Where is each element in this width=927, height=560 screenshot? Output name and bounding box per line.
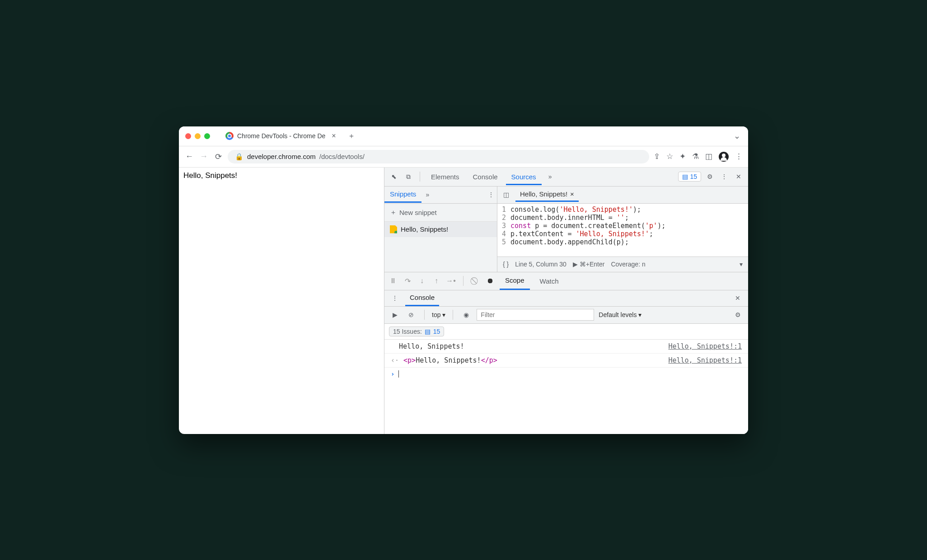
editor-status-bar: { } Line 5, Column 30 ▶ ⌘+Enter Coverage… xyxy=(497,257,748,272)
issues-chip[interactable]: 15 Issues: ▤ 15 xyxy=(389,327,444,336)
console-output: Hello, Snippets!Hello, Snippets!:1‹·<p>H… xyxy=(384,340,748,368)
settings-gear-icon[interactable]: ⚙ xyxy=(704,171,716,182)
titlebar: Chrome DevTools - Chrome De × ＋ ⌄ xyxy=(179,126,748,146)
reload-button[interactable]: ⟳ xyxy=(213,152,223,162)
tab-elements[interactable]: Elements xyxy=(426,168,465,185)
minimize-window-button[interactable] xyxy=(195,133,201,139)
issues-chip-count: 15 xyxy=(433,328,440,335)
step-over-icon[interactable]: ↷ xyxy=(403,277,412,285)
live-expression-icon[interactable]: ◉ xyxy=(460,309,472,321)
editor-tab-close-icon[interactable]: × xyxy=(570,190,574,198)
editor-tab-bar: ◫ Hello, Snippets! × xyxy=(497,187,748,204)
snippet-name: Hello, Snippets! xyxy=(401,225,448,233)
log-levels-dropdown[interactable]: Default levels ▾ xyxy=(599,311,641,318)
console-row: Hello, Snippets!Hello, Snippets!:1 xyxy=(384,340,748,354)
toolbar-actions: ⇪ ☆ ✦ ⚗ ◫ ⋮ xyxy=(654,152,743,162)
console-settings-icon[interactable]: ⚙ xyxy=(732,309,744,321)
devtools-toolbar: ⬉ ⧉ Elements Console Sources » ▤ 15 ⚙ ⋮ … xyxy=(384,168,748,187)
console-menu-icon[interactable]: ⋮ xyxy=(389,292,401,304)
snippets-menu-icon[interactable]: ⋮ xyxy=(485,189,497,201)
console-drawer-tab[interactable]: Console xyxy=(405,290,439,306)
device-toggle-icon[interactable]: ⧉ xyxy=(403,171,414,182)
tabs-chevron-icon[interactable]: ⌄ xyxy=(732,131,742,141)
tab-sources[interactable]: Sources xyxy=(506,168,542,185)
snippet-list-item[interactable]: Hello, Snippets! xyxy=(384,222,497,237)
pause-icon[interactable]: ⏸ xyxy=(388,277,398,285)
status-coverage[interactable]: Coverage: n xyxy=(611,261,645,268)
plus-icon: ＋ xyxy=(390,208,397,217)
editor-tab[interactable]: Hello, Snippets! × xyxy=(515,187,579,202)
page-body: Hello, Snippets! xyxy=(179,168,384,434)
editor-tab-name: Hello, Snippets! xyxy=(520,190,567,198)
devtools-close-icon[interactable]: ✕ xyxy=(733,171,744,182)
console-sidebar-toggle-icon[interactable]: ▶ xyxy=(389,309,401,321)
browser-window: Chrome DevTools - Chrome De × ＋ ⌄ ← → ⟳ … xyxy=(179,126,748,434)
tab-title: Chrome DevTools - Chrome De xyxy=(237,132,325,140)
pause-on-exceptions-icon[interactable]: ⏺ xyxy=(485,277,495,285)
tabs-overflow-icon[interactable]: » xyxy=(544,171,556,182)
menu-kebab-icon[interactable]: ⋮ xyxy=(735,152,743,161)
console-row: ‹·<p>Hello, Snippets!</p>Hello, Snippets… xyxy=(384,354,748,368)
extensions-icon[interactable]: ✦ xyxy=(679,152,686,161)
status-cursor: Line 5, Column 30 xyxy=(515,261,566,268)
step-out-icon[interactable]: ↑ xyxy=(431,277,441,285)
sources-panel: Snippets » ⋮ ＋ New snippet Hello, Snippe… xyxy=(384,187,748,272)
editor-pane: ◫ Hello, Snippets! × 12345 console.log('… xyxy=(497,187,748,272)
debugger-toolbar: ⏸ ↷ ↓ ↑ →• ⃠ ⏺ Scope Watch xyxy=(384,272,748,290)
step-into-icon[interactable]: ↓ xyxy=(417,277,427,285)
console-issues-row: 15 Issues: ▤ 15 xyxy=(384,324,748,340)
issues-badge[interactable]: ▤ 15 xyxy=(678,172,701,182)
status-dropdown-icon[interactable]: ▾ xyxy=(740,261,743,268)
sidepanel-icon[interactable]: ◫ xyxy=(705,152,712,161)
back-button[interactable]: ← xyxy=(184,152,194,161)
console-filter-input[interactable] xyxy=(477,309,594,321)
console-drawer: ⋮ Console ✕ ▶ ⊘ top ▾ ◉ Default levels ▾… xyxy=(384,290,748,434)
browser-tab[interactable]: Chrome DevTools - Chrome De × xyxy=(219,128,345,144)
deactivate-breakpoints-icon[interactable]: ⃠ xyxy=(471,277,481,285)
console-source-link[interactable]: Hello, Snippets!:1 xyxy=(668,356,742,364)
maximize-window-button[interactable] xyxy=(204,133,210,139)
watch-tab[interactable]: Watch xyxy=(534,273,564,289)
inspect-icon[interactable]: ⬉ xyxy=(388,171,400,182)
close-window-button[interactable] xyxy=(185,133,191,139)
tab-console[interactable]: Console xyxy=(468,168,503,185)
traffic-lights xyxy=(185,133,210,139)
console-prompt[interactable]: › xyxy=(384,368,748,380)
clear-console-icon[interactable]: ⊘ xyxy=(405,309,417,321)
issues-chat-icon: ▤ xyxy=(682,173,688,180)
console-header: ⋮ Console ✕ xyxy=(384,290,748,307)
url-input[interactable]: 🔒 developer.chrome.com/docs/devtools/ xyxy=(228,150,649,163)
step-icon[interactable]: →• xyxy=(446,277,456,285)
issues-count: 15 xyxy=(690,173,697,180)
code-editor[interactable]: 12345 console.log('Hello, Snippets!');do… xyxy=(497,204,748,257)
code-lines[interactable]: console.log('Hello, Snippets!');document… xyxy=(510,205,748,255)
console-close-icon[interactable]: ✕ xyxy=(732,292,744,304)
labs-icon[interactable]: ⚗ xyxy=(692,152,699,161)
devtools-menu-icon[interactable]: ⋮ xyxy=(718,171,730,182)
snippets-sidebar: Snippets » ⋮ ＋ New snippet Hello, Snippe… xyxy=(384,187,497,272)
new-tab-button[interactable]: ＋ xyxy=(345,131,358,141)
profile-icon[interactable] xyxy=(719,152,729,162)
scope-tab[interactable]: Scope xyxy=(500,272,530,290)
chrome-favicon-icon xyxy=(225,132,234,140)
snippets-tab[interactable]: Snippets xyxy=(384,187,421,203)
execution-context[interactable]: top ▾ xyxy=(432,311,445,318)
url-domain: developer.chrome.com xyxy=(247,153,316,160)
tab-close-icon[interactable]: × xyxy=(329,132,338,140)
new-snippet-button[interactable]: ＋ New snippet xyxy=(384,204,497,222)
forward-button[interactable]: → xyxy=(199,152,209,161)
share-icon[interactable]: ⇪ xyxy=(654,152,660,161)
toggle-nav-icon[interactable]: ◫ xyxy=(500,189,512,201)
console-source-link[interactable]: Hello, Snippets!:1 xyxy=(668,342,742,350)
lock-icon: 🔒 xyxy=(235,153,243,161)
line-gutter: 12345 xyxy=(497,205,510,255)
snippets-overflow-icon[interactable]: » xyxy=(421,189,433,201)
issues-chip-label: 15 Issues: xyxy=(393,328,422,335)
devtools-panel: ⬉ ⧉ Elements Console Sources » ▤ 15 ⚙ ⋮ … xyxy=(384,168,748,434)
snippet-file-icon xyxy=(390,225,397,233)
status-run[interactable]: ▶ ⌘+Enter xyxy=(573,261,605,268)
pretty-print-icon[interactable]: { } xyxy=(503,261,509,268)
address-bar: ← → ⟳ 🔒 developer.chrome.com/docs/devtoo… xyxy=(179,146,748,168)
console-toolbar: ▶ ⊘ top ▾ ◉ Default levels ▾ ⚙ xyxy=(384,307,748,324)
bookmark-icon[interactable]: ☆ xyxy=(666,152,673,161)
